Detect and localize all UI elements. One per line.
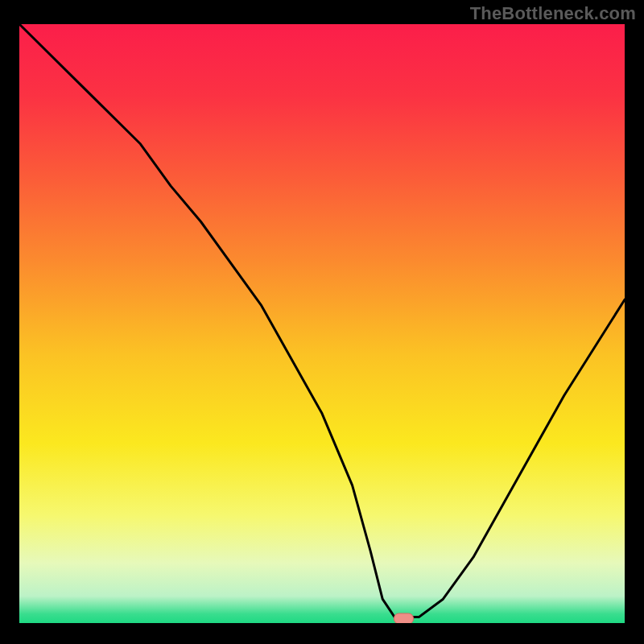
bottleneck-chart: [19, 24, 625, 623]
optimal-point-marker: [394, 613, 414, 623]
chart-frame: TheBottleneck.com: [0, 0, 644, 644]
plot-area: [19, 24, 625, 623]
watermark-text: TheBottleneck.com: [470, 3, 636, 24]
